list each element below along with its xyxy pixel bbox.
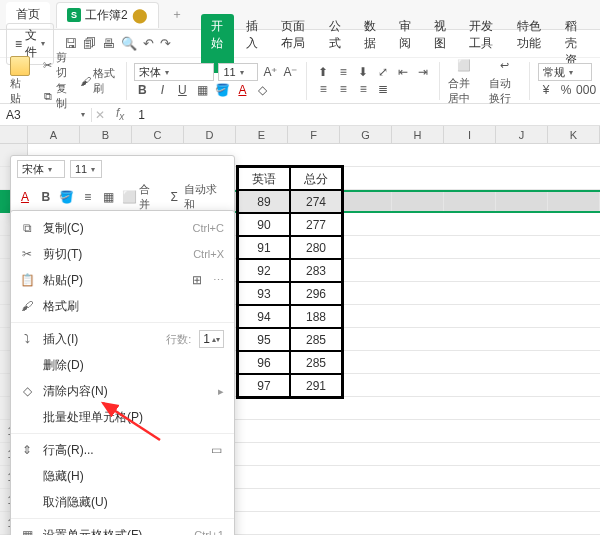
- align-middle-icon[interactable]: ≡: [335, 64, 351, 80]
- insert-rows-spinner[interactable]: 1▴▾: [199, 330, 224, 348]
- table-cell[interactable]: 90: [238, 213, 290, 236]
- clear-format-icon[interactable]: ◇: [254, 82, 270, 98]
- decrease-font-icon[interactable]: A⁻: [282, 64, 298, 80]
- align-bottom-icon[interactable]: ⬇: [355, 64, 371, 80]
- table-header[interactable]: 英语: [238, 167, 290, 190]
- align-top-icon[interactable]: ⬆: [315, 64, 331, 80]
- tab-document[interactable]: S 工作簿2 ⬤: [56, 2, 159, 28]
- underline-icon[interactable]: U: [174, 82, 190, 98]
- increase-font-icon[interactable]: A⁺: [262, 64, 278, 80]
- table-cell[interactable]: 291: [290, 374, 342, 397]
- col-header[interactable]: K: [548, 126, 600, 143]
- bold-icon[interactable]: B: [134, 82, 150, 98]
- table-cell[interactable]: 94: [238, 305, 290, 328]
- format-painter-button[interactable]: 🖌格式刷: [80, 66, 118, 96]
- orientation-icon[interactable]: ⤢: [375, 64, 391, 80]
- ctx-batch[interactable]: 批量处理单元格(P): [11, 404, 234, 430]
- col-header[interactable]: I: [444, 126, 496, 143]
- ctx-delete[interactable]: 删除(D): [11, 352, 234, 378]
- table-cell[interactable]: 285: [290, 328, 342, 351]
- print-preview-icon[interactable]: 🔍: [121, 36, 137, 51]
- table-cell[interactable]: 277: [290, 213, 342, 236]
- font-size-combo[interactable]: 11▾: [218, 63, 258, 81]
- table-cell[interactable]: 89: [238, 190, 290, 213]
- col-header[interactable]: H: [392, 126, 444, 143]
- justify-icon[interactable]: ≣: [375, 81, 391, 97]
- col-header[interactable]: F: [288, 126, 340, 143]
- table-cell[interactable]: 274: [290, 190, 342, 213]
- copy-button[interactable]: ⧉复制: [42, 81, 72, 111]
- ctx-hide[interactable]: 隐藏(H): [11, 463, 234, 489]
- mini-border-icon[interactable]: ▦: [101, 189, 117, 205]
- fx-icon[interactable]: fx: [108, 106, 132, 122]
- formula-input[interactable]: 1: [132, 108, 151, 122]
- table-cell[interactable]: 280: [290, 236, 342, 259]
- border-icon[interactable]: ▦: [194, 82, 210, 98]
- comma-icon[interactable]: 000: [578, 82, 594, 98]
- col-header[interactable]: C: [132, 126, 184, 143]
- ctx-row-height[interactable]: ⇕行高(R)...▭: [11, 437, 234, 463]
- new-tab-button[interactable]: ＋: [165, 3, 189, 27]
- mini-fill-icon[interactable]: 🪣: [59, 189, 75, 205]
- indent-right-icon[interactable]: ⇥: [415, 64, 431, 80]
- number-format-combo[interactable]: 常规▾: [538, 63, 592, 81]
- table-cell[interactable]: 92: [238, 259, 290, 282]
- table-cell[interactable]: 188: [290, 305, 342, 328]
- mini-bold-icon[interactable]: B: [38, 189, 54, 205]
- align-right-icon[interactable]: ≡: [355, 81, 371, 97]
- paste-button[interactable]: 粘贴: [6, 54, 34, 108]
- mini-align-icon[interactable]: ≡: [80, 189, 96, 205]
- align-left-icon[interactable]: ≡: [315, 81, 331, 97]
- insert-row-icon: ⤵: [19, 331, 35, 347]
- table-cell[interactable]: 93: [238, 282, 290, 305]
- table-cell[interactable]: 95: [238, 328, 290, 351]
- font-name-combo[interactable]: 宋体▾: [134, 63, 214, 81]
- redo-icon[interactable]: ↷: [160, 36, 171, 51]
- table-cell[interactable]: 285: [290, 351, 342, 374]
- wrap-text-button[interactable]: ↩ 自动换行: [489, 56, 522, 106]
- col-header[interactable]: G: [340, 126, 392, 143]
- ctx-format-cells[interactable]: ▦设置单元格格式(F)...Ctrl+1: [11, 522, 234, 535]
- select-all-corner[interactable]: [0, 126, 28, 143]
- mini-autosum-button[interactable]: Σ自动求和: [166, 182, 228, 212]
- mini-font-combo[interactable]: 宋体▾: [17, 160, 65, 178]
- font-color-icon[interactable]: A: [234, 82, 250, 98]
- table-cell[interactable]: 296: [290, 282, 342, 305]
- table-cell[interactable]: 96: [238, 351, 290, 374]
- ctx-insert[interactable]: ⤵插入(I)行数:1▴▾: [11, 326, 234, 352]
- undo-icon[interactable]: ↶: [143, 36, 154, 51]
- ctx-unhide[interactable]: 取消隐藏(U): [11, 489, 234, 515]
- col-header[interactable]: E: [236, 126, 288, 143]
- ctx-cut[interactable]: ✂剪切(T)Ctrl+X: [11, 241, 234, 267]
- italic-icon[interactable]: I: [154, 82, 170, 98]
- table-cell[interactable]: 283: [290, 259, 342, 282]
- indent-left-icon[interactable]: ⇤: [395, 64, 411, 80]
- cut-button[interactable]: ✂剪切: [42, 50, 72, 80]
- fx-cancel-icon[interactable]: ✕: [92, 107, 108, 123]
- mini-font-color-icon[interactable]: A: [17, 189, 33, 205]
- mini-merge-button[interactable]: ⬜合并: [122, 182, 162, 212]
- paste-options-icon[interactable]: ⊞: [189, 272, 205, 288]
- ctx-format-painter[interactable]: 🖌格式刷: [11, 293, 234, 319]
- chevron-right-icon: ▸: [218, 385, 224, 398]
- name-box[interactable]: A3▾: [0, 108, 92, 122]
- col-header[interactable]: A: [28, 126, 80, 143]
- merge-center-button[interactable]: ⬜ 合并居中: [448, 56, 481, 106]
- percent-icon[interactable]: %: [558, 82, 574, 98]
- ctx-copy[interactable]: ⧉复制(C)Ctrl+C: [11, 215, 234, 241]
- col-header[interactable]: B: [80, 126, 132, 143]
- table-cell[interactable]: 97: [238, 374, 290, 397]
- table-cell[interactable]: 91: [238, 236, 290, 259]
- ctx-paste[interactable]: 📋粘贴(P)⊞⋯: [11, 267, 234, 293]
- save-as-icon[interactable]: 🗐: [83, 36, 96, 51]
- print-icon[interactable]: 🖶: [102, 36, 115, 51]
- fill-color-icon[interactable]: 🪣: [214, 82, 230, 98]
- ctx-clear[interactable]: ◇清除内容(N)▸: [11, 378, 234, 404]
- col-header[interactable]: D: [184, 126, 236, 143]
- col-header[interactable]: J: [496, 126, 548, 143]
- currency-icon[interactable]: ¥: [538, 82, 554, 98]
- align-center-icon[interactable]: ≡: [335, 81, 351, 97]
- table-header[interactable]: 总分: [290, 167, 342, 190]
- mini-size-combo[interactable]: 11▾: [70, 160, 102, 178]
- save-icon[interactable]: 🖫: [64, 36, 77, 51]
